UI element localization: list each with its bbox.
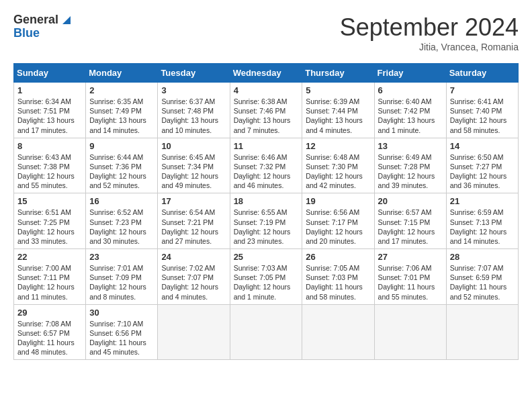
day-info: Sunrise: 6:50 AM Sunset: 7:27 PM Dayligh… <box>450 152 515 191</box>
day-number: 28 <box>450 252 515 262</box>
day-info: Sunrise: 6:54 AM Sunset: 7:21 PM Dayligh… <box>161 208 226 246</box>
calendar-cell: 4Sunrise: 6:38 AM Sunset: 7:46 PM Daylig… <box>230 83 302 138</box>
day-info: Sunrise: 6:46 AM Sunset: 7:32 PM Dayligh… <box>234 152 299 191</box>
day-info: Sunrise: 7:07 AM Sunset: 6:59 PM Dayligh… <box>450 263 515 302</box>
calendar-cell: 27Sunrise: 7:06 AM Sunset: 7:01 PM Dayli… <box>374 249 446 305</box>
calendar-cell: 20Sunrise: 6:57 AM Sunset: 7:15 PM Dayli… <box>374 193 446 249</box>
day-info: Sunrise: 7:01 AM Sunset: 7:09 PM Dayligh… <box>89 263 154 302</box>
day-info: Sunrise: 6:48 AM Sunset: 7:30 PM Dayligh… <box>306 152 370 191</box>
weekday-header-saturday: Saturday <box>446 64 518 83</box>
svg-marker-0 <box>62 16 71 24</box>
day-number: 15 <box>17 196 82 206</box>
day-info: Sunrise: 6:56 AM Sunset: 7:17 PM Dayligh… <box>306 208 370 246</box>
day-info: Sunrise: 6:41 AM Sunset: 7:40 PM Dayligh… <box>450 97 515 135</box>
calendar-cell: 30Sunrise: 7:10 AM Sunset: 6:56 PM Dayli… <box>86 304 158 360</box>
logo-triangle-icon <box>60 13 73 27</box>
day-info: Sunrise: 6:55 AM Sunset: 7:19 PM Dayligh… <box>234 208 299 246</box>
logo-blue: Blue <box>13 27 40 40</box>
weekday-header-thursday: Thursday <box>302 64 374 83</box>
day-number: 26 <box>306 252 370 262</box>
calendar-cell: 21Sunrise: 6:59 AM Sunset: 7:13 PM Dayli… <box>446 193 518 249</box>
weekday-header-sunday: Sunday <box>14 64 86 83</box>
day-number: 12 <box>306 141 370 151</box>
day-info: Sunrise: 7:06 AM Sunset: 7:01 PM Dayligh… <box>378 263 443 302</box>
calendar-cell <box>374 304 446 360</box>
calendar-cell: 12Sunrise: 6:48 AM Sunset: 7:30 PM Dayli… <box>302 138 374 193</box>
calendar-cell <box>230 304 302 360</box>
page-header: General Blue September 2024 Jitia, Vranc… <box>13 13 519 52</box>
day-number: 20 <box>378 196 443 206</box>
calendar-cell: 25Sunrise: 7:03 AM Sunset: 7:05 PM Dayli… <box>230 249 302 305</box>
day-number: 24 <box>161 252 226 262</box>
calendar-cell: 3Sunrise: 6:37 AM Sunset: 7:48 PM Daylig… <box>158 83 230 138</box>
calendar-cell: 13Sunrise: 6:49 AM Sunset: 7:28 PM Dayli… <box>374 138 446 193</box>
calendar-cell: 11Sunrise: 6:46 AM Sunset: 7:32 PM Dayli… <box>230 138 302 193</box>
day-number: 9 <box>89 141 154 151</box>
calendar-cell: 29Sunrise: 7:08 AM Sunset: 6:57 PM Dayli… <box>14 304 86 360</box>
day-number: 30 <box>89 308 154 318</box>
calendar-cell: 6Sunrise: 6:40 AM Sunset: 7:42 PM Daylig… <box>374 83 446 138</box>
day-number: 27 <box>378 252 443 262</box>
logo-general: General <box>13 13 58 27</box>
day-info: Sunrise: 6:57 AM Sunset: 7:15 PM Dayligh… <box>378 208 443 246</box>
day-number: 21 <box>450 196 515 206</box>
calendar-cell: 26Sunrise: 7:05 AM Sunset: 7:03 PM Dayli… <box>302 249 374 305</box>
day-number: 13 <box>378 141 443 151</box>
calendar-cell: 23Sunrise: 7:01 AM Sunset: 7:09 PM Dayli… <box>86 249 158 305</box>
calendar-cell <box>158 304 230 360</box>
weekday-header-friday: Friday <box>374 64 446 83</box>
day-number: 16 <box>89 196 154 206</box>
calendar-cell: 16Sunrise: 6:52 AM Sunset: 7:23 PM Dayli… <box>86 193 158 249</box>
day-number: 14 <box>450 141 515 151</box>
day-number: 19 <box>306 196 370 206</box>
day-number: 2 <box>89 85 154 95</box>
day-info: Sunrise: 6:51 AM Sunset: 7:25 PM Dayligh… <box>17 208 82 246</box>
day-info: Sunrise: 6:37 AM Sunset: 7:48 PM Dayligh… <box>161 97 226 135</box>
day-number: 3 <box>161 85 226 95</box>
day-info: Sunrise: 6:43 AM Sunset: 7:38 PM Dayligh… <box>17 152 82 191</box>
day-info: Sunrise: 6:39 AM Sunset: 7:44 PM Dayligh… <box>306 97 370 135</box>
month-title: September 2024 <box>340 13 519 42</box>
day-info: Sunrise: 6:38 AM Sunset: 7:46 PM Dayligh… <box>234 97 299 135</box>
calendar-cell: 5Sunrise: 6:39 AM Sunset: 7:44 PM Daylig… <box>302 83 374 138</box>
calendar-table: SundayMondayTuesdayWednesdayThursdayFrid… <box>13 63 519 360</box>
day-info: Sunrise: 6:34 AM Sunset: 7:51 PM Dayligh… <box>17 97 82 135</box>
day-number: 23 <box>89 252 154 262</box>
day-number: 17 <box>161 196 226 206</box>
day-number: 22 <box>17 252 82 262</box>
day-number: 11 <box>234 141 299 151</box>
weekday-header-wednesday: Wednesday <box>230 64 302 83</box>
calendar-cell: 14Sunrise: 6:50 AM Sunset: 7:27 PM Dayli… <box>446 138 518 193</box>
day-number: 25 <box>234 252 299 262</box>
calendar-cell <box>302 304 374 360</box>
calendar-cell: 1Sunrise: 6:34 AM Sunset: 7:51 PM Daylig… <box>14 83 86 138</box>
day-info: Sunrise: 6:45 AM Sunset: 7:34 PM Dayligh… <box>161 152 226 191</box>
day-info: Sunrise: 7:02 AM Sunset: 7:07 PM Dayligh… <box>161 263 226 302</box>
calendar-cell: 19Sunrise: 6:56 AM Sunset: 7:17 PM Dayli… <box>302 193 374 249</box>
day-number: 6 <box>378 85 443 95</box>
weekday-header-monday: Monday <box>86 64 158 83</box>
day-info: Sunrise: 6:49 AM Sunset: 7:28 PM Dayligh… <box>378 152 443 191</box>
day-number: 10 <box>161 141 226 151</box>
day-info: Sunrise: 7:03 AM Sunset: 7:05 PM Dayligh… <box>234 263 299 302</box>
day-info: Sunrise: 7:05 AM Sunset: 7:03 PM Dayligh… <box>306 263 370 302</box>
calendar-cell: 17Sunrise: 6:54 AM Sunset: 7:21 PM Dayli… <box>158 193 230 249</box>
day-info: Sunrise: 6:35 AM Sunset: 7:49 PM Dayligh… <box>89 97 154 135</box>
calendar-cell: 28Sunrise: 7:07 AM Sunset: 6:59 PM Dayli… <box>446 249 518 305</box>
day-info: Sunrise: 6:52 AM Sunset: 7:23 PM Dayligh… <box>89 208 154 246</box>
calendar-cell: 22Sunrise: 7:00 AM Sunset: 7:11 PM Dayli… <box>14 249 86 305</box>
day-info: Sunrise: 6:40 AM Sunset: 7:42 PM Dayligh… <box>378 97 443 135</box>
weekday-header-tuesday: Tuesday <box>158 64 230 83</box>
calendar-cell: 8Sunrise: 6:43 AM Sunset: 7:38 PM Daylig… <box>14 138 86 193</box>
day-info: Sunrise: 7:00 AM Sunset: 7:11 PM Dayligh… <box>17 263 82 302</box>
day-number: 29 <box>17 308 82 318</box>
day-number: 18 <box>234 196 299 206</box>
day-number: 5 <box>306 85 370 95</box>
calendar-cell: 2Sunrise: 6:35 AM Sunset: 7:49 PM Daylig… <box>86 83 158 138</box>
calendar-cell: 7Sunrise: 6:41 AM Sunset: 7:40 PM Daylig… <box>446 83 518 138</box>
day-number: 8 <box>17 141 82 151</box>
day-info: Sunrise: 7:08 AM Sunset: 6:57 PM Dayligh… <box>17 319 82 357</box>
calendar-cell: 24Sunrise: 7:02 AM Sunset: 7:07 PM Dayli… <box>158 249 230 305</box>
calendar-cell: 15Sunrise: 6:51 AM Sunset: 7:25 PM Dayli… <box>14 193 86 249</box>
location-subtitle: Jitia, Vrancea, Romania <box>340 42 519 52</box>
